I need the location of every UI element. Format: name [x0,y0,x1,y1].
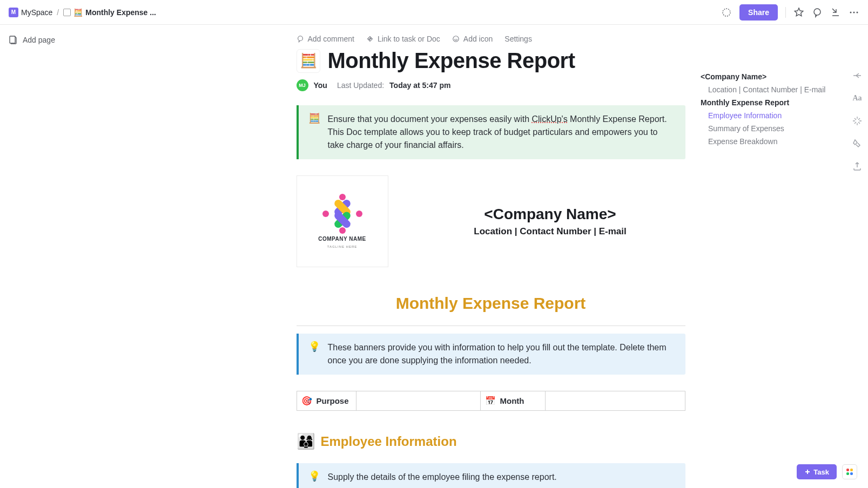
info-callout-text: These banners provide you with informati… [328,341,676,367]
outline-item[interactable]: <Company Name> [701,70,836,83]
employee-callout-text: Supply the details of the employee filin… [328,471,557,484]
ai-icon[interactable] [852,116,863,126]
add-icon-button[interactable]: Add icon [452,35,493,43]
purpose-value-cell[interactable] [356,391,481,410]
right-rail: Aa [852,70,863,172]
month-label: Month [500,396,524,405]
svg-point-7 [453,36,459,42]
company-logo[interactable]: COMPANY NAME TAGLINE HERE [297,175,388,267]
new-task-button[interactable]: Task [797,464,837,479]
doc-page-icon[interactable]: 🧮 [297,49,320,73]
document-outline: <Company Name> Location | Contact Number… [701,70,836,148]
outline-item[interactable]: Summary of Expenses [701,122,836,135]
apps-icon [846,469,853,475]
breadcrumb-space[interactable]: M MySpace [9,8,52,17]
svg-point-1 [814,9,820,15]
comment-icon[interactable] [812,7,823,18]
target-icon: 🎯 [301,396,312,406]
purpose-label: Purpose [317,396,349,405]
svg-rect-5 [10,36,15,43]
intro-callout[interactable]: 🧮 Ensure that you document your expenses… [297,105,685,159]
breadcrumb-separator: / [57,8,59,17]
avatar[interactable]: MJ [297,79,308,91]
settings-button[interactable]: Settings [504,35,532,43]
add-page-button[interactable]: Add page [9,36,137,44]
download-icon[interactable] [830,7,841,18]
month-value-cell[interactable] [546,391,685,410]
svg-point-4 [857,11,858,13]
bulb-icon: 💡 [308,471,320,484]
apps-button[interactable] [842,464,857,479]
people-icon: 👨‍👩‍👦 [297,432,315,450]
star-icon[interactable] [793,7,804,18]
typography-icon[interactable]: Aa [852,93,863,104]
updated-time: Today at 5:47 pm [389,81,450,90]
divider [785,7,786,18]
add-comment-label: Add comment [308,35,354,43]
author-line: MJ You Last Updated: Today at 5:47 pm [297,79,685,91]
breadcrumb-doc[interactable]: 🧮 Monthly Expense ... [63,8,156,17]
svg-point-6 [298,36,302,41]
intro-callout-text: Ensure that you document your expenses e… [328,113,676,152]
employee-callout[interactable]: 💡 Supply the details of the employee fil… [297,463,685,488]
employee-heading-text: Employee Information [321,434,457,449]
section-heading-employee[interactable]: 👨‍👩‍👦 Employee Information [297,432,685,450]
abacus-icon: 🧮 [308,113,320,152]
calendar-icon: 📅 [485,396,496,406]
link-task-button[interactable]: Link to task or Doc [366,35,440,43]
logo-text: COMPANY NAME [318,236,366,242]
templates-icon[interactable] [852,138,863,149]
abacus-icon: 🧮 [73,8,83,17]
space-icon: M [9,8,18,17]
link-task-label: Link to task or Doc [378,35,440,43]
purpose-label-cell: 🎯 Purpose [297,391,356,410]
task-button-label: Task [813,468,829,476]
doc-icon [63,9,71,16]
author-name: You [314,81,327,90]
add-comment-button[interactable]: Add comment [297,35,354,43]
more-icon[interactable] [849,7,859,18]
updated-label: Last Updated: [337,81,384,90]
clickup-link[interactable]: ClickUp's [531,114,567,124]
outline-item[interactable]: Location | Contact Number | E-mail [701,83,836,96]
svg-point-0 [723,9,730,16]
logo-shape [324,195,361,233]
left-sidebar: Add page [0,25,146,488]
section-heading-report[interactable]: Monthly Expense Report [297,294,685,313]
breadcrumb-space-label: MySpace [21,8,52,17]
info-callout[interactable]: 💡 These banners provide you with informa… [297,334,685,375]
export-icon[interactable] [852,161,863,172]
company-subline[interactable]: Location | Contact Number | E-mail [415,226,685,237]
purpose-month-table[interactable]: 🎯 Purpose 📅 Month [297,391,685,411]
ai-icon[interactable] [721,7,732,18]
bulb-icon: 💡 [308,341,320,367]
svg-point-3 [853,11,855,13]
collapse-icon[interactable] [852,70,863,81]
month-label-cell: 📅 Month [481,391,546,410]
breadcrumb: M MySpace / 🧮 Monthly Expense ... [9,8,156,17]
company-name-heading[interactable]: <Company Name> [415,206,685,223]
outline-item[interactable]: Monthly Expense Report [701,96,836,109]
divider [297,326,685,326]
page-title[interactable]: Monthly Expense Report [328,49,575,73]
logo-tagline: TAGLINE HERE [327,245,358,248]
svg-point-2 [850,11,852,13]
add-page-label: Add page [23,36,55,44]
outline-item[interactable]: Employee Information [701,109,836,122]
breadcrumb-doc-title: Monthly Expense ... [85,8,156,17]
add-icon-label: Add icon [463,35,493,43]
outline-item[interactable]: Expense Breakdown [701,135,836,148]
share-button[interactable]: Share [739,4,778,21]
